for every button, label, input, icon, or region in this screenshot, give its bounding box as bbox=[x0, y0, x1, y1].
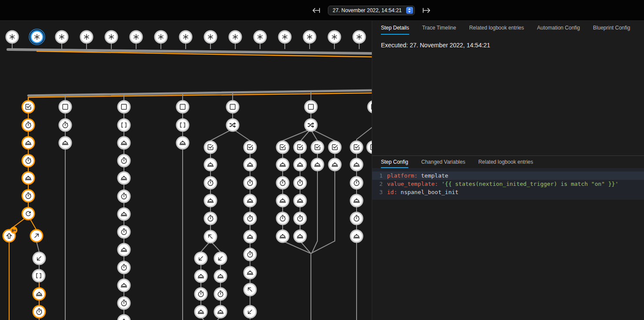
graph-node-trigger-asterisk[interactable] bbox=[279, 31, 291, 43]
graph-node-trigger-asterisk[interactable] bbox=[353, 31, 365, 43]
graph-node-arrow-top-left[interactable] bbox=[204, 231, 217, 243]
graph-node-condition-box[interactable] bbox=[368, 101, 372, 113]
graph-node-delay-timer[interactable] bbox=[214, 288, 227, 300]
graph-node-condition-checked[interactable] bbox=[294, 141, 306, 153]
graph-node-service-call[interactable] bbox=[244, 231, 256, 243]
graph-node-condition-box[interactable] bbox=[59, 101, 71, 113]
graph-node-trigger-asterisk[interactable] bbox=[328, 31, 340, 43]
graph-node-brackets[interactable] bbox=[118, 119, 130, 131]
graph-node-delay-timer[interactable] bbox=[244, 212, 256, 224]
graph-node-service-call[interactable] bbox=[277, 158, 289, 171]
graph-node-service-call[interactable] bbox=[214, 270, 227, 282]
yaml-editor[interactable]: 1platform: template2value_template: '{{ … bbox=[372, 168, 644, 200]
graph-node-brackets[interactable] bbox=[177, 119, 189, 131]
graph-node-delay-timer[interactable] bbox=[22, 190, 34, 202]
graph-node-delay-timer[interactable] bbox=[59, 119, 71, 131]
graph-node-choose[interactable] bbox=[227, 119, 239, 131]
graph-node-delay-timer[interactable] bbox=[294, 177, 306, 189]
tab-automation-config[interactable]: Automation Config bbox=[537, 21, 580, 35]
graph-node-service-call[interactable] bbox=[294, 158, 306, 171]
graph-node-trigger-asterisk[interactable] bbox=[80, 31, 93, 43]
graph-node-trigger-asterisk[interactable] bbox=[180, 31, 192, 43]
graph-node-service-call[interactable] bbox=[177, 137, 189, 149]
tab-trace-timeline[interactable]: Trace Timeline bbox=[422, 21, 456, 35]
graph-node-service-call[interactable] bbox=[118, 315, 130, 320]
graph-node-service-call[interactable] bbox=[294, 195, 306, 207]
graph-node-trigger-asterisk[interactable] bbox=[254, 31, 266, 43]
graph-node-condition-box[interactable] bbox=[177, 101, 189, 113]
graph-node-service-call[interactable] bbox=[277, 195, 289, 207]
graph-node-service-call[interactable] bbox=[33, 288, 45, 300]
graph-node-condition-checked[interactable] bbox=[277, 141, 289, 153]
graph-node-condition-checked[interactable] bbox=[22, 101, 34, 113]
graph-node-service-call[interactable] bbox=[118, 244, 130, 256]
graph-node-service-call[interactable] bbox=[244, 158, 256, 171]
graph-node-delay-timer[interactable] bbox=[118, 190, 130, 202]
graph-node-condition-box[interactable] bbox=[305, 101, 317, 113]
code-line-2[interactable]: 2value_template: '{{ states(nextion_init… bbox=[372, 180, 644, 188]
graph-node-delay-timer[interactable] bbox=[204, 212, 217, 224]
tab-step-details[interactable]: Step Details bbox=[381, 21, 409, 35]
run-select[interactable]: 27. November 2022, 14:54:21 bbox=[328, 6, 415, 15]
graph-node-delay-timer[interactable] bbox=[277, 177, 289, 189]
tab-related-logbook-entries[interactable]: Related logbook entries bbox=[478, 156, 533, 168]
graph-node-trigger-asterisk[interactable] bbox=[56, 31, 68, 43]
graph-node-condition-checked[interactable] bbox=[204, 141, 217, 153]
graph-node-service-call[interactable] bbox=[204, 195, 217, 207]
graph-node-service-call[interactable] bbox=[22, 137, 34, 149]
graph-node-service-call[interactable] bbox=[214, 306, 227, 318]
graph-node-trigger-asterisk[interactable] bbox=[130, 31, 142, 43]
graph-node-delay-timer[interactable] bbox=[118, 226, 130, 238]
graph-node-service-call[interactable] bbox=[329, 158, 341, 171]
graph-node-service-call[interactable] bbox=[244, 267, 256, 279]
graph-node-condition-checked[interactable] bbox=[244, 141, 256, 153]
graph-node-arrow-bottom-left[interactable] bbox=[33, 252, 45, 264]
graph-node-delay-timer[interactable] bbox=[350, 177, 363, 189]
graph-node-arrow-bottom-left[interactable] bbox=[214, 252, 227, 264]
graph-node-delay-timer[interactable] bbox=[244, 177, 256, 189]
code-line-1[interactable]: 1platform: template bbox=[372, 172, 644, 180]
graph-node-trigger-asterisk[interactable] bbox=[29, 29, 45, 45]
graph-node-delay-timer[interactable] bbox=[118, 155, 130, 167]
tab-changed-variables[interactable]: Changed Variables bbox=[421, 156, 465, 168]
graph-node-delay-timer[interactable] bbox=[294, 212, 306, 224]
tab-related-logbook-entries[interactable]: Related logbook entries bbox=[469, 21, 524, 35]
graph-node-trigger-asterisk[interactable] bbox=[204, 31, 217, 43]
graph-node-delay-timer[interactable] bbox=[118, 261, 130, 274]
graph-node-condition-box[interactable] bbox=[118, 101, 130, 113]
code-line-3[interactable]: 3id: nspanel_boot_init bbox=[372, 188, 644, 196]
graph-node-trigger-asterisk[interactable] bbox=[105, 31, 117, 43]
graph-node-service-call[interactable] bbox=[118, 172, 130, 184]
graph-node-service-call[interactable] bbox=[277, 230, 289, 242]
graph-node-trigger-asterisk[interactable] bbox=[155, 31, 167, 43]
graph-node-arrow-top-left[interactable] bbox=[244, 284, 256, 296]
tab-step-config[interactable]: Step Config bbox=[381, 156, 408, 168]
graph-node-service-call[interactable] bbox=[350, 195, 363, 207]
graph-node-service-call[interactable] bbox=[244, 195, 256, 207]
graph-node-trigger-asterisk[interactable] bbox=[229, 31, 241, 43]
graph-node-arrow-bottom-left[interactable] bbox=[195, 252, 207, 264]
graph-node-service-call[interactable] bbox=[195, 270, 207, 282]
graph-node-service-call[interactable] bbox=[118, 208, 130, 220]
tab-blueprint-config[interactable]: Blueprint Config bbox=[593, 21, 630, 35]
graph-node-delay-timer[interactable] bbox=[204, 177, 217, 189]
graph-node-service-call[interactable] bbox=[350, 230, 363, 242]
graph-node-service-call[interactable] bbox=[350, 158, 363, 171]
graph-node-delay-timer[interactable] bbox=[33, 306, 45, 318]
graph-node-trigger-asterisk[interactable] bbox=[304, 31, 316, 43]
graph-node-service-call[interactable] bbox=[294, 230, 306, 242]
graph-node-condition-checked[interactable] bbox=[329, 141, 341, 153]
graph-node-service-call[interactable] bbox=[59, 137, 71, 149]
graph-node-delay-timer[interactable] bbox=[118, 297, 130, 309]
graph-node-service-call[interactable] bbox=[204, 158, 217, 171]
graph-node-brackets[interactable] bbox=[33, 270, 45, 282]
graph-node-service-call[interactable] bbox=[118, 279, 130, 291]
graph-node-delay-timer[interactable] bbox=[195, 288, 207, 300]
next-run-button[interactable] bbox=[421, 5, 432, 16]
graph-node-condition-checked[interactable] bbox=[350, 141, 363, 153]
graph-node-arrow-bottom-left[interactable] bbox=[244, 306, 256, 318]
graph-node-choose[interactable] bbox=[305, 119, 317, 131]
graph-node-trigger-asterisk[interactable] bbox=[6, 31, 18, 43]
graph-node-condition-box[interactable] bbox=[227, 101, 239, 113]
graph-node-arrow-top-right[interactable] bbox=[30, 230, 43, 242]
